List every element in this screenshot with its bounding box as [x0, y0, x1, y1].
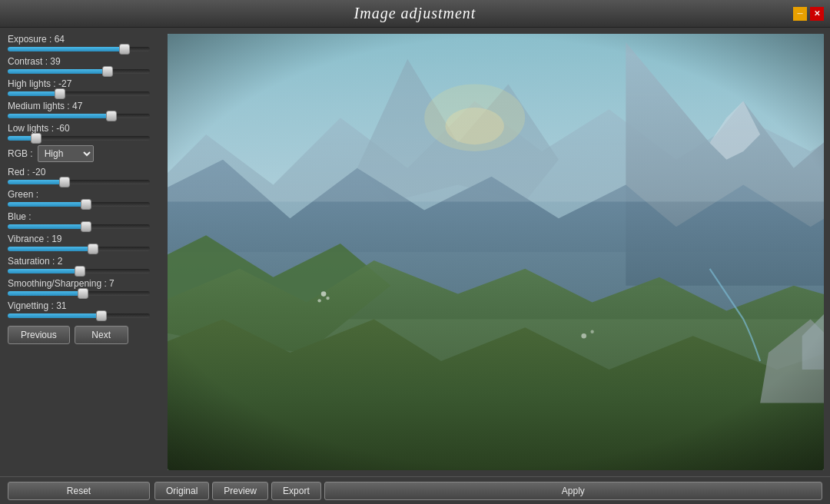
- rgb-select[interactable]: Low Medium High: [38, 145, 94, 162]
- medium-lights-slider[interactable]: [8, 114, 150, 118]
- title-bar: Image adjustment ─ ✕: [0, 0, 830, 28]
- saturation-label: Saturation : 2: [8, 256, 154, 267]
- rgb-control: RGB : Low Medium High: [8, 145, 154, 162]
- vignetting-slider[interactable]: [8, 313, 150, 318]
- medium-lights-control: Medium lights : 47: [8, 101, 154, 118]
- low-lights-slider[interactable]: [8, 136, 150, 141]
- smoothing-slider[interactable]: [8, 291, 150, 296]
- vibrance-slider[interactable]: [8, 247, 150, 251]
- blue-control: Blue :: [8, 211, 154, 229]
- contrast-slider[interactable]: [8, 69, 150, 74]
- smoothing-label: Smoothing/Sharpening : 7: [8, 278, 154, 289]
- smoothing-control: Smoothing/Sharpening : 7: [8, 278, 154, 296]
- image-display: [168, 34, 824, 470]
- saturation-slider[interactable]: [8, 269, 150, 274]
- image-area: [161, 28, 830, 476]
- previous-button[interactable]: Previous: [8, 326, 70, 344]
- image-footer-buttons: Original Preview Export Apply: [154, 482, 822, 500]
- low-lights-label: Low lights : -60: [8, 123, 154, 134]
- left-panel: Exposure : 64 Contrast : 39 High lights …: [0, 28, 161, 476]
- low-lights-control: Low lights : -60: [8, 123, 154, 141]
- apply-button[interactable]: Apply: [324, 482, 822, 500]
- svg-rect-19: [168, 34, 824, 470]
- medium-lights-label: Medium lights : 47: [8, 101, 154, 111]
- minimize-button[interactable]: ─: [793, 7, 807, 21]
- rgb-label: RGB :: [8, 148, 33, 159]
- red-control: Red : -20: [8, 167, 154, 184]
- green-label: Green :: [8, 189, 154, 200]
- preview-button[interactable]: Preview: [212, 482, 268, 500]
- export-button[interactable]: Export: [271, 482, 321, 500]
- saturation-control: Saturation : 2: [8, 256, 154, 274]
- contrast-control: Contrast : 39: [8, 56, 154, 74]
- window-controls: ─ ✕: [793, 7, 824, 21]
- red-slider[interactable]: [8, 180, 150, 184]
- exposure-label: Exposure : 64: [8, 34, 154, 45]
- green-slider[interactable]: [8, 202, 150, 207]
- highlights-label: High lights : -27: [8, 78, 154, 89]
- close-button[interactable]: ✕: [810, 7, 824, 21]
- content-area: Exposure : 64 Contrast : 39 High lights …: [0, 28, 830, 476]
- green-control: Green :: [8, 189, 154, 207]
- exposure-slider[interactable]: [8, 47, 150, 51]
- vignetting-label: Vignetting : 31: [8, 300, 154, 311]
- original-button[interactable]: Original: [154, 482, 209, 500]
- blue-slider[interactable]: [8, 224, 150, 229]
- vibrance-control: Vibrance : 19: [8, 234, 154, 251]
- main-container: Exposure : 64 Contrast : 39 High lights …: [0, 28, 830, 504]
- contrast-label: Contrast : 39: [8, 56, 154, 67]
- nav-buttons: Previous Next: [8, 326, 154, 344]
- vibrance-label: Vibrance : 19: [8, 234, 154, 244]
- reset-button[interactable]: Reset: [8, 482, 150, 500]
- highlights-control: High lights : -27: [8, 78, 154, 96]
- blue-label: Blue :: [8, 211, 154, 222]
- highlights-slider[interactable]: [8, 91, 150, 96]
- footer-bar: Reset Original Preview Export Apply: [0, 476, 830, 504]
- next-button[interactable]: Next: [75, 326, 128, 344]
- red-label: Red : -20: [8, 167, 154, 177]
- vignetting-control: Vignetting : 31: [8, 300, 154, 318]
- window-title: Image adjustment: [354, 5, 476, 22]
- exposure-control: Exposure : 64: [8, 34, 154, 51]
